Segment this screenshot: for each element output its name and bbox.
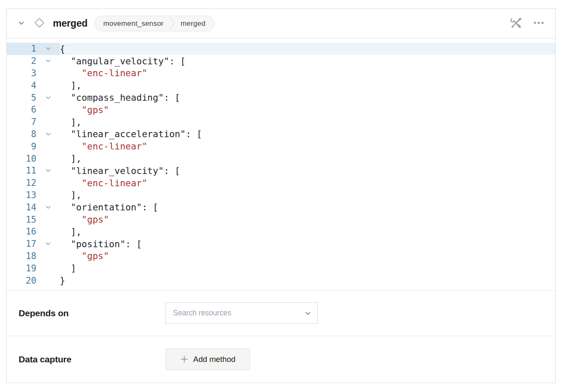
depends-on-section: Depends on <box>7 291 555 336</box>
breadcrumb: movement_sensor merged <box>94 16 215 31</box>
fold-toggle-icon[interactable] <box>36 43 60 55</box>
fold-gutter-empty <box>36 104 60 116</box>
fold-gutter-empty <box>36 152 60 165</box>
line-number: 2 <box>7 55 36 67</box>
code-line[interactable]: 3 "enc-linear" <box>7 67 555 80</box>
add-method-label: Add method <box>193 355 236 364</box>
collapse-button[interactable] <box>18 19 25 28</box>
code-line[interactable]: 4 ], <box>7 79 555 91</box>
json-string-value: "gps" <box>82 251 109 261</box>
plus-icon <box>180 355 188 363</box>
code-line[interactable]: 16 ], <box>7 226 555 238</box>
fold-toggle-icon[interactable] <box>36 91 60 104</box>
line-number: 4 <box>7 79 36 91</box>
code-line[interactable]: 18 "gps" <box>7 250 555 262</box>
line-number: 12 <box>7 177 36 189</box>
depends-on-select[interactable] <box>165 302 318 324</box>
fold-toggle-icon[interactable] <box>36 201 60 213</box>
fold-toggle-icon[interactable] <box>36 165 60 177</box>
code-line[interactable]: 15 "gps" <box>7 213 555 226</box>
code-text: "compass_heading": [ <box>60 91 555 104</box>
code-text: "enc-linear" <box>60 67 555 80</box>
code-line[interactable]: 11 "linear_velocity": [ <box>7 165 555 177</box>
code-line[interactable]: 6 "gps" <box>7 104 555 116</box>
breadcrumb-divider-icon <box>170 17 175 30</box>
json-string-value: "gps" <box>82 214 109 225</box>
line-number: 5 <box>7 91 36 104</box>
line-number: 9 <box>7 140 36 152</box>
fold-gutter-empty <box>36 116 60 128</box>
code-line[interactable]: 10 ], <box>7 152 555 165</box>
line-number: 17 <box>7 238 36 250</box>
code-text: ], <box>60 226 555 238</box>
component-title: merged <box>53 18 88 29</box>
code-line[interactable]: 2 "angular_velocity": [ <box>7 55 555 67</box>
code-text: "position": [ <box>60 238 555 250</box>
line-number: 8 <box>7 128 36 141</box>
fold-gutter-empty <box>36 262 60 274</box>
code-text: ], <box>60 116 555 128</box>
code-text: "orientation": [ <box>60 201 555 213</box>
line-number: 18 <box>7 250 36 262</box>
code-text: "enc-linear" <box>60 140 555 152</box>
code-line[interactable]: 20} <box>7 274 555 287</box>
code-line[interactable]: 8 "linear_acceleration": [ <box>7 128 555 141</box>
fold-toggle-icon[interactable] <box>36 55 60 67</box>
fold-toggle-icon[interactable] <box>36 238 60 250</box>
line-number: 14 <box>7 201 36 213</box>
line-number: 13 <box>7 189 36 202</box>
line-number: 15 <box>7 213 36 226</box>
line-number: 7 <box>7 116 36 128</box>
line-number: 1 <box>7 43 36 55</box>
search-resources-input[interactable] <box>165 302 318 324</box>
code-line[interactable]: 17 "position": [ <box>7 238 555 250</box>
data-capture-label: Data capture <box>19 354 165 364</box>
code-line[interactable]: 7 ], <box>7 116 555 128</box>
line-number: 10 <box>7 152 36 165</box>
json-editor[interactable]: 1{2 "angular_velocity": [3 "enc-linear"4… <box>7 39 555 291</box>
line-number: 16 <box>7 226 36 238</box>
code-text: "gps" <box>60 250 555 262</box>
ellipsis-icon <box>533 17 544 30</box>
code-line[interactable]: 14 "orientation": [ <box>7 201 555 213</box>
code-text: ], <box>60 189 555 202</box>
code-line[interactable]: 12 "enc-linear" <box>7 177 555 189</box>
more-menu-button[interactable] <box>533 17 544 30</box>
breadcrumb-name: merged <box>181 19 206 28</box>
code-line[interactable]: 5 "compass_heading": [ <box>7 91 555 104</box>
chevron-down-icon <box>18 19 25 28</box>
fold-gutter-empty <box>36 274 60 287</box>
code-line[interactable]: 19 ] <box>7 262 555 274</box>
component-header: merged movement_sensor merged <box>7 9 555 39</box>
code-line[interactable]: 9 "enc-linear" <box>7 140 555 152</box>
code-text: ], <box>60 152 555 165</box>
line-number: 11 <box>7 165 36 177</box>
fold-gutter-empty <box>36 250 60 262</box>
code-text: "linear_velocity": [ <box>60 165 555 177</box>
code-text: "angular_velocity": [ <box>60 55 555 67</box>
fold-gutter-empty <box>36 140 60 152</box>
code-text: ], <box>60 79 555 91</box>
line-number: 6 <box>7 104 36 116</box>
fold-gutter-empty <box>36 67 60 80</box>
json-string-value: "enc-linear" <box>82 141 147 152</box>
line-number: 20 <box>7 274 36 287</box>
code-text: { <box>60 43 555 55</box>
line-number: 19 <box>7 262 36 274</box>
json-string-value: "gps" <box>82 105 109 115</box>
code-text: "enc-linear" <box>60 177 555 189</box>
component-card: merged movement_sensor merged <box>6 8 556 383</box>
fold-gutter-empty <box>36 189 60 202</box>
wrench-screwdriver-icon <box>510 17 522 30</box>
fold-toggle-icon[interactable] <box>36 128 60 141</box>
code-line[interactable]: 13 ], <box>7 189 555 202</box>
code-line[interactable]: 1{ <box>7 43 555 55</box>
code-text: "gps" <box>60 104 555 116</box>
tools-button[interactable] <box>510 17 522 30</box>
fold-gutter-empty <box>36 177 60 189</box>
code-text: "gps" <box>60 213 555 226</box>
add-method-button[interactable]: Add method <box>165 348 250 370</box>
movement-sensor-component-icon <box>33 17 46 31</box>
depends-on-label: Depends on <box>19 308 165 318</box>
fold-gutter-empty <box>36 79 60 91</box>
